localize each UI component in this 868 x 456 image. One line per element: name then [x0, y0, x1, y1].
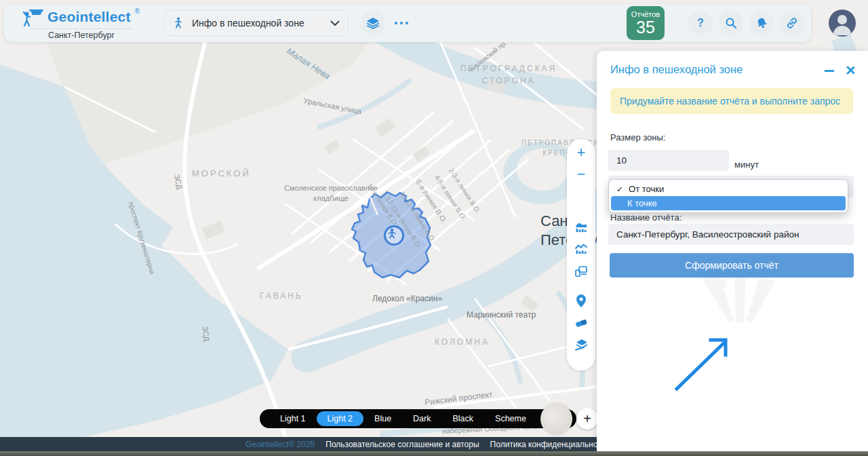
devices-button[interactable]: [569, 260, 593, 282]
line-chart-icon: [574, 243, 588, 255]
style-option-light2[interactable]: Light 2: [317, 411, 364, 426]
brand-block[interactable]: Geointellect ® Санкт-Петербург: [4, 6, 159, 40]
brand-city-label: Санкт-Петербург: [48, 31, 115, 40]
location-pin-button[interactable]: [569, 290, 593, 311]
eraser-icon: [574, 317, 588, 328]
geointellect-logo-icon: [23, 9, 43, 27]
link-icon: [786, 17, 798, 29]
minimize-icon[interactable]: [825, 70, 834, 72]
edit-layers-button[interactable]: [569, 333, 593, 355]
reports-chart-button[interactable]: [569, 216, 593, 238]
walking-person-icon: [386, 227, 398, 240]
direction-option-label: От точки: [629, 184, 664, 194]
more-icon[interactable]: [395, 22, 408, 24]
zoom-in-button[interactable]: +: [569, 142, 593, 164]
brand-divider: [31, 28, 132, 29]
notifications-button[interactable]: [749, 11, 774, 35]
style-option-dark[interactable]: Dark: [402, 411, 441, 426]
bell-icon: [755, 17, 768, 30]
report-chart-icon: [574, 221, 588, 233]
map-toolbar: + −: [567, 139, 595, 370]
close-icon[interactable]: [845, 65, 855, 75]
privacy-link[interactable]: Политика конфиденциальности: [490, 440, 610, 449]
eraser-button[interactable]: [569, 311, 593, 333]
zone-size-unit: минут: [734, 159, 759, 170]
hint-text: Придумайте название отчёта и выполните з…: [620, 96, 840, 107]
direction-option-from-point[interactable]: ✓ От точки: [611, 182, 846, 196]
zone-size-label: Размер зоны:: [610, 132, 665, 142]
check-icon: ✓: [616, 185, 623, 194]
devices-icon: [574, 265, 588, 278]
share-link-button[interactable]: [780, 11, 804, 35]
report-panel: Инфо в пешеходной зоне Придумайте назван…: [597, 51, 868, 456]
direction-option-to-point[interactable]: К точке: [611, 196, 846, 210]
location-pin-icon: [575, 294, 587, 308]
top-bar: Geointellect ® Санкт-Петербург Инфо в пе…: [4, 4, 811, 42]
user-avatar[interactable]: [829, 10, 856, 37]
hint-banner: Придумайте название отчёта и выполните з…: [610, 88, 853, 114]
window-edge: [0, 451, 868, 456]
direction-option-label: К точке: [627, 198, 657, 208]
zone-size-input[interactable]: [608, 150, 729, 171]
app-window: Малая Нева Уральская улица Чкаловский пр…: [0, 0, 868, 456]
map-layers-edit-icon: [574, 338, 589, 351]
question-icon: ?: [697, 17, 704, 29]
style-option-light1[interactable]: Light 1: [269, 411, 317, 426]
search-icon: [725, 17, 737, 29]
style-preview-thumbnail[interactable]: [540, 403, 572, 435]
tool-selector-dropdown[interactable]: Инфо в пешеходной зоне: [164, 10, 349, 36]
terms-link[interactable]: Пользовательское соглашение и авторы: [326, 440, 479, 449]
layers-button[interactable]: [361, 11, 385, 35]
add-style-button[interactable]: +: [576, 408, 598, 430]
direction-dropdown-popup: ✓ От точки К точке: [608, 179, 848, 213]
report-name-label: Название отчёта:: [610, 212, 682, 223]
pointer-arrow: [665, 282, 814, 404]
search-button[interactable]: [719, 11, 743, 35]
generate-report-button[interactable]: Сформировать отчёт: [610, 253, 854, 278]
chevron-down-icon: [330, 20, 340, 26]
style-option-black[interactable]: Black: [442, 411, 485, 426]
panel-title: Инфо в пешеходной зоне: [610, 63, 743, 76]
layers-icon: [366, 17, 380, 29]
pedestrian-icon: [173, 17, 184, 29]
reports-badge[interactable]: Отчётов 35: [627, 6, 665, 40]
report-name-input[interactable]: [608, 224, 854, 245]
statistics-button[interactable]: [569, 238, 593, 260]
person-silhouette-icon: [829, 10, 856, 37]
footer-brand: Geointellect® 2025: [245, 440, 315, 449]
style-option-blue[interactable]: Blue: [363, 411, 402, 426]
walk-zone-marker[interactable]: [384, 225, 404, 246]
tool-selector-label: Инфо в пешеходной зоне: [192, 18, 330, 28]
reports-badge-count: 35: [636, 18, 655, 36]
map-style-switcher: Light 1 Light 2 Blue Dark Black Scheme: [260, 409, 576, 428]
style-option-scheme[interactable]: Scheme: [484, 411, 537, 426]
help-button[interactable]: ?: [688, 11, 713, 35]
zoom-out-button[interactable]: −: [569, 164, 593, 185]
brand-name: Geointellect: [47, 9, 131, 25]
brand-reg-mark: ®: [135, 7, 140, 15]
